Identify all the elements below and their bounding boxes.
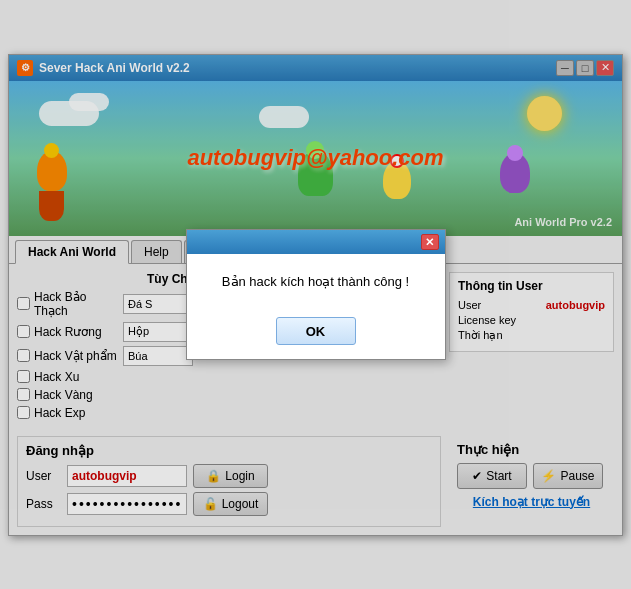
modal-body: Bản hack kích hoạt thành công ! xyxy=(187,254,445,309)
modal-title-bar: ✕ xyxy=(187,230,445,254)
modal-close-button[interactable]: ✕ xyxy=(421,234,439,250)
modal-message: Bản hack kích hoạt thành công ! xyxy=(222,274,409,289)
modal-ok-button[interactable]: OK xyxy=(276,317,356,345)
modal-overlay: ✕ Bản hack kích hoạt thành công ! OK xyxy=(0,0,631,589)
modal-footer: OK xyxy=(187,309,445,359)
modal-dialog: ✕ Bản hack kích hoạt thành công ! OK xyxy=(186,229,446,360)
